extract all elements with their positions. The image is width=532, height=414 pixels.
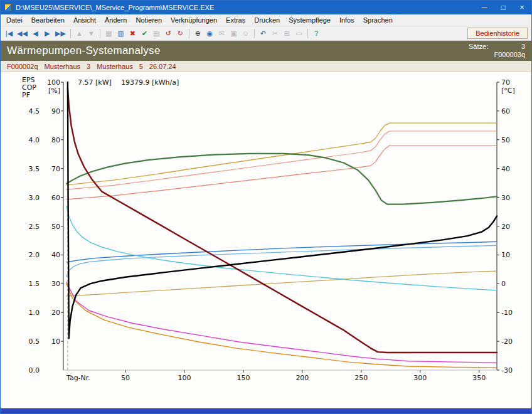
left-pct-label: 10 [51, 337, 60, 346]
menu-bearbeiten[interactable]: Bearbeiten [27, 15, 69, 25]
menu-drucken[interactable]: Drucken [250, 15, 284, 25]
menu-datei[interactable]: Datei [2, 15, 27, 25]
x-tick-label: 50 [121, 374, 130, 382]
paste-button: ▭ [293, 28, 305, 40]
next-record-button[interactable]: ▶ [41, 28, 53, 40]
confirm-button[interactable]: ✔ [139, 28, 151, 40]
record-part-4: 5 [139, 63, 143, 70]
view-eye-button[interactable]: ◉ [204, 28, 216, 40]
left-axis-header: PF [22, 91, 30, 99]
cut-button: ✂ [269, 28, 281, 40]
black-curve [68, 82, 497, 339]
right-temp-label: 40 [501, 165, 510, 173]
x-tick-label: 100 [178, 374, 191, 382]
right-temp-label: -10 [501, 309, 513, 317]
current-record-bar: F000002qMusterhaus3Musterhaus526.07.24 [1, 61, 531, 72]
mail-button: ✉ [216, 28, 228, 40]
annotation-power: 7.57 [kW] [78, 78, 112, 87]
close-button[interactable]: × [513, 1, 531, 14]
record-counter: Sätze: 3 F000003q [469, 43, 525, 59]
menu-sprachen[interactable]: Sprachen [359, 15, 397, 25]
left-eps-label: 1.5 [29, 280, 40, 288]
left-eps-label: 2.5 [29, 223, 40, 231]
toolbar-separator [100, 29, 100, 38]
record-part-2: 3 [87, 63, 90, 70]
copy-button: ⊞ [281, 28, 293, 40]
revert-button[interactable]: ↺ [162, 28, 174, 40]
left-eps-label: 1.0 [29, 309, 40, 317]
left-pct-label: 80 [51, 136, 60, 144]
page-title: Wärmepumpen-Systemanalyse [7, 45, 469, 57]
next-fast-button[interactable]: ▶▶ [53, 28, 68, 40]
left-pct-label: 50 [51, 223, 60, 231]
x-tick-label: 200 [295, 374, 309, 382]
prev-fast-button[interactable]: ◀◀ [15, 28, 29, 40]
menu-verknpfungen[interactable]: Verknüpfungen [166, 15, 221, 25]
saetze-value: 3 [521, 43, 525, 51]
chart-region: 1009080706050403020104.54.03.53.02.52.01… [1, 72, 531, 408]
new-document-button: ▤ [151, 28, 162, 40]
left-pct-label: 30 [51, 280, 60, 288]
refresh-button[interactable]: ↻ [174, 28, 186, 40]
taskbar-strip [1, 408, 531, 413]
undo-button[interactable]: ↶ [257, 28, 269, 40]
tan-lower-curve [66, 271, 497, 296]
menu-infos[interactable]: Infos [335, 15, 359, 25]
chart-canvas: 1009080706050403020104.54.03.53.02.52.01… [1, 72, 531, 408]
dark-red-curve [68, 88, 497, 353]
x-tick-label: 150 [237, 374, 250, 382]
salmon-upper-curve [66, 131, 497, 189]
right-temp-label: 70 [501, 78, 510, 87]
left-pct-label: 20 [51, 309, 60, 317]
x-axis-label: Tag-Nr. [66, 374, 90, 382]
left-pct-label: 100 [47, 78, 60, 87]
help-button[interactable]: ? [311, 28, 322, 40]
prev-record-button[interactable]: ◀ [29, 28, 41, 40]
green-curve [66, 154, 497, 204]
orange-curve [66, 284, 497, 368]
record-part-5: 26.07.24 [149, 63, 176, 70]
menu-ansicht[interactable]: Ansicht [69, 15, 100, 25]
left-eps-label: 0.5 [29, 337, 40, 346]
right-temp-label: -20 [501, 337, 513, 346]
table-view-button[interactable]: ▥ [115, 28, 127, 40]
left-eps-label: 3.5 [29, 165, 40, 173]
toolbar-separator [307, 29, 308, 38]
maximize-button[interactable]: □ [494, 1, 513, 14]
bedienhistorie-button[interactable]: Bedienhistorie [467, 28, 528, 39]
smiley-button: ☺ [240, 28, 252, 40]
delete-button[interactable]: ✖ [127, 28, 139, 40]
right-temp-label: 0 [501, 280, 506, 288]
window-title: D:\MSEU25\MSERVICE\_MService_Programm\MS… [16, 4, 475, 11]
menu-extras[interactable]: Extras [221, 15, 250, 25]
x-tick-label: 250 [354, 374, 368, 382]
record-part-3: Musterhaus [97, 63, 132, 70]
menu-systempflege[interactable]: Systempflege [284, 15, 335, 25]
sort-down-button: ▼ [85, 28, 97, 40]
record-part-0: F000002q [7, 63, 38, 70]
search-button[interactable]: ⊕ [192, 28, 204, 40]
left-pct-label: 60 [51, 194, 60, 202]
saetze-label: Sätze: [469, 43, 488, 51]
left-pct-label: 70 [51, 165, 60, 173]
toolbar-separator [254, 29, 255, 38]
sort-up-button: ▲ [73, 28, 85, 40]
title-bar: D:\MSEU25\MSERVICE\_MService_Programm\MS… [1, 1, 531, 14]
annotation-energy: 19379.9 [kWh/a] [121, 78, 179, 87]
right-temp-label: 50 [501, 136, 510, 144]
print-button: ▣ [228, 28, 240, 40]
left-pct-label: 90 [51, 107, 60, 115]
menu-ndern[interactable]: Ändern [100, 15, 131, 25]
first-record-button[interactable]: |◀ [3, 28, 15, 40]
right-temp-label: -30 [501, 366, 513, 374]
toolbar-icons: |◀◀◀◀▶▶▶▲▼▦▥✖✔▤↺↻⊕◉✉▣☺↶✂⊞▭? [3, 28, 322, 40]
right-temp-label: 20 [501, 223, 510, 231]
minimize-button[interactable]: ─ [475, 1, 494, 14]
right-axis-unit: [°C] [501, 87, 515, 95]
menu-notieren[interactable]: Notieren [131, 15, 166, 25]
right-temp-label: 60 [501, 107, 510, 115]
save-button: ▦ [103, 28, 115, 40]
toolbar: |◀◀◀◀▶▶▶▲▼▦▥✖✔▤↺↻⊕◉✉▣☺↶✂⊞▭? Bedienhistor… [1, 26, 531, 41]
x-tick-label: 350 [472, 374, 486, 382]
right-temp-label: 30 [501, 194, 510, 202]
